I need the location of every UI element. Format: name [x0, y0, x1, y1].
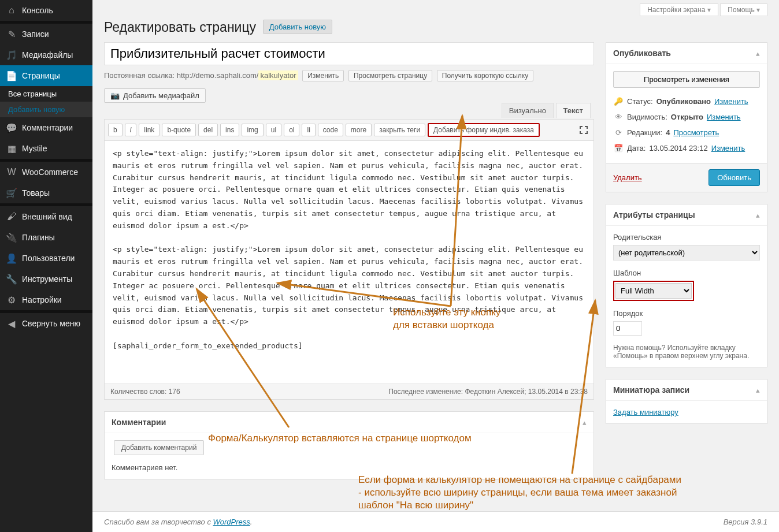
fullscreen-button[interactable]	[577, 124, 590, 136]
menu-plugins[interactable]: 🔌Плагины	[0, 227, 92, 248]
help-button[interactable]: Помощь	[720, 3, 767, 16]
submenu-add-page[interactable]: Добавить новую	[0, 102, 92, 117]
menu-tools[interactable]: 🔧Инструменты	[0, 269, 92, 289]
thumbnail-title: Миниатюра записи	[613, 385, 689, 395]
qt-more[interactable]: more	[346, 124, 372, 136]
publish-title: Опубликовать	[613, 49, 671, 58]
quicktags-toolbar: b i link b-quote del ins img ul ol li co…	[105, 120, 593, 141]
revisions-icon: ⟳	[613, 128, 624, 137]
media-icon: 🎵	[6, 49, 17, 61]
menu-settings[interactable]: ⚙Настройки	[0, 289, 92, 310]
plugins-icon: 🔌	[6, 232, 17, 243]
qt-i[interactable]: i	[125, 124, 137, 136]
qt-del[interactable]: del	[198, 124, 218, 136]
page-title: Редактировать страницу	[104, 20, 256, 35]
menu-products[interactable]: 🛒Товары	[0, 183, 92, 203]
wordpress-link[interactable]: WordPress	[213, 518, 250, 526]
template-label: Шаблон	[613, 269, 760, 277]
permalink-row: Постоянная ссылка: http://demo.saphali.c…	[104, 70, 594, 81]
menu-woocommerce[interactable]: WWooCommerce	[0, 162, 92, 183]
thumbnail-box: Миниатюра записи ▴ Задать миниатюру	[606, 379, 767, 424]
theme-icon: ▦	[6, 143, 17, 154]
post-title-input[interactable]	[104, 42, 594, 65]
key-icon: 🔑	[613, 97, 624, 106]
pages-submenu: Все страницы Добавить новую	[0, 86, 92, 117]
camera-icon: 📷	[110, 91, 120, 100]
attributes-title: Атрибуты страницы	[613, 210, 695, 220]
products-icon: 🛒	[6, 187, 17, 199]
menu-collapse[interactable]: ◀Свернуть меню	[0, 313, 92, 334]
qt-close-tags[interactable]: закрыть теги	[374, 124, 425, 136]
collapse-icon: ◀	[6, 318, 17, 329]
version-text: Версия 3.9.1	[724, 518, 767, 526]
dashboard-icon: ⌂	[6, 5, 17, 16]
chevron-up-icon[interactable]: ▴	[756, 49, 760, 58]
qt-ul[interactable]: ul	[266, 124, 281, 136]
qt-li[interactable]: li	[302, 124, 315, 136]
submenu-all-pages[interactable]: Все страницы	[0, 86, 92, 102]
template-select[interactable]: Full Width	[615, 283, 692, 299]
page-icon: 📄	[6, 70, 17, 81]
appearance-icon: 🖌	[6, 211, 17, 222]
admin-sidebar: ⌂Консоль ✎Записи 🎵Медиафайлы 📄Страницы В…	[0, 0, 92, 526]
settings-icon: ⚙	[6, 294, 17, 306]
add-comment-button[interactable]: Добавить комментарий	[114, 440, 204, 455]
edit-visibility-link[interactable]: Изменить	[707, 113, 741, 121]
preview-changes-button[interactable]: Просмотреть изменения	[613, 71, 760, 88]
chevron-up-icon[interactable]: ▴	[756, 386, 760, 395]
menu-comments[interactable]: 💬Комментарии	[0, 117, 92, 138]
qt-bquote[interactable]: b-quote	[162, 124, 196, 136]
menu-pages[interactable]: 📄Страницы	[0, 65, 92, 86]
publish-box: Опубликовать ▴ Просмотреть изменения 🔑Ст…	[606, 42, 767, 192]
template-select-highlight: Full Width	[613, 281, 694, 301]
editor-tabs: Визуально Текст	[502, 103, 591, 118]
chevron-up-icon[interactable]: ▴	[756, 211, 760, 220]
qt-img[interactable]: img	[242, 124, 263, 136]
woo-icon: W	[6, 166, 17, 178]
tab-text[interactable]: Текст	[556, 103, 591, 118]
order-label: Порядок	[613, 309, 760, 318]
permalink-slug: kalkulyator	[258, 70, 298, 80]
edit-status-link[interactable]: Изменить	[714, 97, 748, 106]
no-comments-text: Комментариев нет.	[112, 463, 587, 472]
menu-posts[interactable]: ✎Записи	[0, 24, 92, 44]
qt-link[interactable]: link	[139, 124, 159, 136]
page-attributes-box: Атрибуты страницы ▴ Родительская (нет ро…	[606, 204, 767, 367]
edit-date-link[interactable]: Изменить	[711, 144, 745, 152]
edit-slug-button[interactable]: Изменить	[302, 70, 344, 81]
qt-add-order-form[interactable]: Добавить форму индив. заказа	[428, 123, 540, 137]
menu-users[interactable]: 👤Пользователи	[0, 248, 92, 269]
get-shortlink-button[interactable]: Получить короткую ссылку	[437, 70, 533, 81]
parent-select[interactable]: (нет родительской)	[613, 245, 760, 261]
parent-label: Родительская	[613, 233, 760, 241]
attributes-help: Нужна помощь? Используйте вкладку «Помощ…	[613, 344, 760, 360]
admin-footer: Спасибо вам за творчество с WordPress. В…	[92, 511, 779, 526]
add-media-button[interactable]: 📷 Добавить медиафайл	[104, 88, 206, 103]
menu-media[interactable]: 🎵Медиафайлы	[0, 44, 92, 65]
users-icon: 👤	[6, 252, 17, 264]
editor-box: b i link b-quote del ins img ul ol li co…	[104, 119, 594, 400]
tab-visual[interactable]: Визуально	[502, 103, 554, 118]
browse-revisions-link[interactable]: Просмотреть	[673, 128, 719, 137]
qt-code[interactable]: code	[318, 124, 343, 136]
comment-icon: 💬	[6, 122, 17, 133]
calendar-icon: 📅	[613, 144, 624, 152]
delete-link[interactable]: Удалить	[613, 173, 642, 182]
view-page-button[interactable]: Просмотреть страницу	[348, 70, 432, 81]
chevron-up-icon[interactable]: ▴	[583, 418, 587, 427]
set-thumbnail-link[interactable]: Задать миниатюру	[613, 408, 678, 416]
qt-b[interactable]: b	[108, 124, 123, 136]
menu-appearance[interactable]: 🖌Внешний вид	[0, 206, 92, 227]
editor-status-bar: Количество слов: 176 Последнее изменение…	[105, 384, 593, 399]
update-button[interactable]: Обновить	[708, 169, 760, 186]
menu-mystile[interactable]: ▦Mystile	[0, 138, 92, 159]
screen-options-button[interactable]: Настройки экрана	[640, 3, 718, 16]
editor-textarea[interactable]: <p style="text-align: justify;">Lorem ip…	[105, 141, 593, 384]
menu-dashboard[interactable]: ⌂Консоль	[0, 0, 92, 21]
comments-title: Комментарии	[112, 418, 166, 427]
order-input[interactable]	[613, 321, 642, 336]
add-new-page-button[interactable]: Добавить новую	[263, 20, 332, 34]
qt-ins[interactable]: ins	[220, 124, 239, 136]
qt-ol[interactable]: ol	[284, 124, 299, 136]
tools-icon: 🔧	[6, 273, 17, 285]
